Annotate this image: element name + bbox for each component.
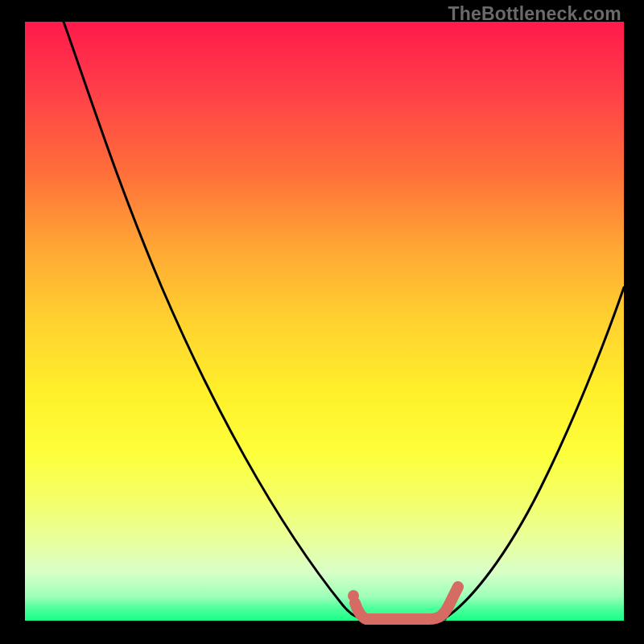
right-curve xyxy=(444,287,624,619)
highlight-dot xyxy=(348,590,359,601)
left-curve xyxy=(64,22,363,619)
chart-curves xyxy=(25,22,624,621)
chart-frame: TheBottleneck.com xyxy=(0,0,644,644)
highlight-segment xyxy=(355,587,458,619)
